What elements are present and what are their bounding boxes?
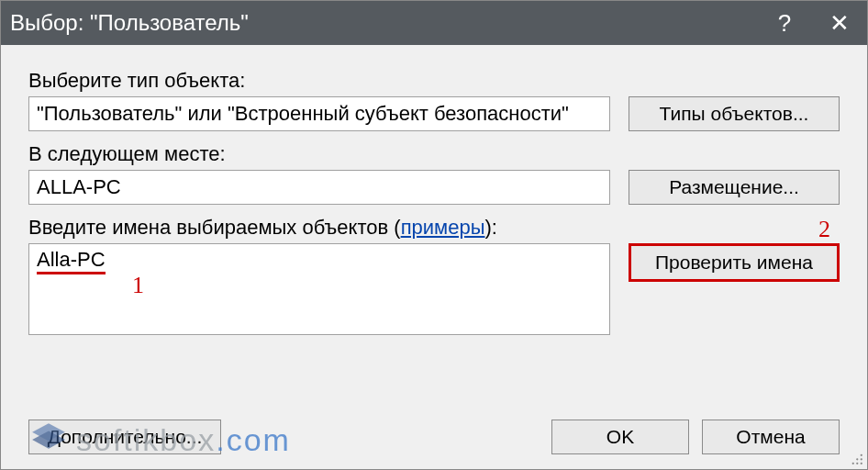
footer: Дополнительно... OK Отмена	[28, 403, 840, 454]
svg-point-1	[856, 458, 858, 460]
help-button[interactable]: ?	[757, 1, 812, 45]
close-icon: ✕	[829, 9, 850, 38]
names-label-prefix: Введите имена выбираемых объектов (	[28, 216, 401, 239]
locations-button[interactable]: Размещение...	[629, 170, 840, 205]
svg-point-2	[861, 458, 862, 460]
resize-grip-icon[interactable]	[847, 449, 863, 465]
names-label: Введите имена выбираемых объектов (приме…	[28, 216, 840, 240]
client-area: Выберите тип объекта: "Пользователь" или…	[1, 45, 867, 469]
location-value: ALLA-PC	[28, 170, 610, 205]
ok-button[interactable]: OK	[551, 420, 689, 454]
object-type-label: Выберите тип объекта:	[28, 69, 840, 93]
titlebar: Выбор: "Пользователь" ? ✕	[1, 1, 867, 45]
object-type-left: "Пользователь" или "Встроенный субъект б…	[28, 96, 610, 131]
names-left: Alla-PC 1	[28, 243, 610, 335]
names-row: Alla-PC 1 2 Проверить имена	[28, 243, 840, 335]
names-label-suffix: ):	[484, 216, 496, 239]
location-left: ALLA-PC	[28, 170, 610, 205]
check-names-button[interactable]: Проверить имена	[629, 243, 840, 282]
window-title: Выбор: "Пользователь"	[10, 10, 249, 36]
object-type-row: "Пользователь" или "Встроенный субъект б…	[28, 96, 840, 131]
svg-point-5	[861, 463, 862, 464]
advanced-button[interactable]: Дополнительно...	[28, 420, 221, 454]
annotation-1: 1	[132, 272, 144, 299]
svg-point-0	[861, 454, 862, 456]
examples-link[interactable]: примеры	[401, 216, 485, 239]
cancel-button[interactable]: Отмена	[702, 420, 840, 454]
names-right: 2 Проверить имена	[629, 243, 840, 282]
location-row: ALLA-PC Размещение...	[28, 170, 840, 205]
close-button[interactable]: ✕	[812, 1, 867, 45]
location-right: Размещение...	[629, 170, 840, 205]
svg-point-3	[852, 463, 854, 464]
object-type-right: Типы объектов...	[629, 96, 840, 131]
names-input-value: Alla-PC	[37, 248, 106, 274]
object-types-button[interactable]: Типы объектов...	[629, 96, 840, 131]
location-label: В следующем месте:	[28, 142, 840, 166]
annotation-2: 2	[818, 216, 830, 243]
help-icon: ?	[778, 9, 791, 38]
svg-point-4	[856, 463, 858, 464]
names-input[interactable]: Alla-PC 1	[28, 243, 610, 335]
object-type-value: "Пользователь" или "Встроенный субъект б…	[28, 96, 610, 131]
dialog-window: Выбор: "Пользователь" ? ✕ Выберите тип о…	[0, 0, 868, 470]
